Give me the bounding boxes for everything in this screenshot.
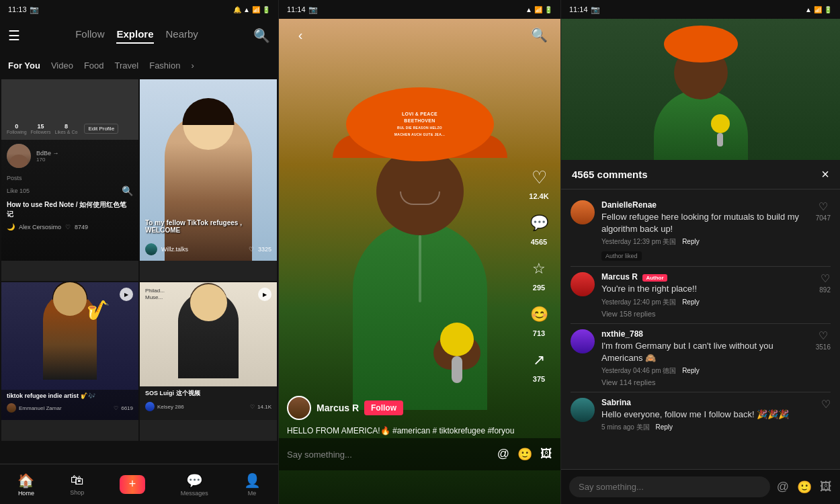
messages-icon: 💬 xyxy=(186,472,203,489)
emoji-count: 713 xyxy=(533,329,545,337)
tab-explore[interactable]: Explore xyxy=(116,28,153,44)
heart-icon-4[interactable]: ♡ xyxy=(821,398,831,411)
comment-avatar-3 xyxy=(571,329,595,353)
card3-likes: 6619 xyxy=(121,405,133,411)
phone-comments: 11:14 📷 ▲ 📶 🔋 4565 comm xyxy=(561,0,840,504)
emoji-icon-3[interactable]: 🙂 xyxy=(797,480,812,495)
card3-username: Emmanuel Zamar xyxy=(19,405,111,411)
card3-heart-icon: ♡ xyxy=(114,405,118,411)
nav-home[interactable]: 🏠 Home xyxy=(17,472,34,497)
emoji-input-icon[interactable]: 🙂 xyxy=(517,447,532,462)
emoji-action[interactable]: 😊 713 xyxy=(526,301,552,337)
heart-count-1: 7047 xyxy=(816,214,831,222)
subtab-more-icon[interactable]: › xyxy=(191,60,194,71)
menu-icon[interactable]: ☰ xyxy=(8,28,20,44)
nav-shop[interactable]: 🛍 Shop xyxy=(70,472,84,496)
nav-add[interactable]: + xyxy=(120,475,145,494)
close-button[interactable]: × xyxy=(821,167,829,182)
subtab-foryou[interactable]: For You xyxy=(8,60,40,71)
add-icon[interactable]: + xyxy=(120,475,145,494)
share-count: 375 xyxy=(533,375,545,383)
status-icons-1: 🔔 ▲ 📶 🔋 xyxy=(233,6,270,13)
reply-link-1[interactable]: Reply xyxy=(682,238,700,245)
comment-username-4: Sabrina xyxy=(601,398,814,407)
play-icon-4[interactable]: ▶ xyxy=(258,288,271,301)
search-button-2[interactable]: 🔍 xyxy=(528,24,550,46)
notification-icon: 🔔 xyxy=(233,6,241,13)
me-icon: 👤 xyxy=(244,472,261,489)
edit-profile-btn[interactable]: Edit Profile xyxy=(84,124,118,134)
card3-title: tiktok refugee indie artist 🎷🎶 xyxy=(1,390,138,402)
time-2: 11:14 xyxy=(287,5,306,13)
at-icon[interactable]: @ xyxy=(497,447,509,462)
camera-status-icon: 📷 xyxy=(30,5,39,14)
view-replies-2[interactable]: View 158 replies xyxy=(601,310,812,318)
image-icon[interactable]: 🖼 xyxy=(540,447,552,462)
card-profile[interactable]: 0Following 15Followers 8Likes & Co Edit … xyxy=(1,79,138,281)
card1-likes: 8749 xyxy=(75,224,88,230)
comment-action[interactable]: 💬 4565 xyxy=(526,210,552,246)
home-icon: 🏠 xyxy=(17,472,34,489)
view-replies-3[interactable]: View 114 replies xyxy=(601,378,809,386)
creator-row: Marcus R Follow xyxy=(287,396,520,420)
comment-item: DanielleRenae Fellow refugee here lookin… xyxy=(561,195,840,266)
input-action-icons: @ 🙂 🖼 xyxy=(777,480,832,495)
comment-bar: Say something... @ 🙂 🖼 xyxy=(279,438,560,470)
comment-item-2: Marcus R Author You're in the right plac… xyxy=(561,267,840,323)
heart-icon-2[interactable]: ♡ xyxy=(821,272,830,285)
time-3: 11:14 xyxy=(569,5,588,13)
nav-home-label: Home xyxy=(18,490,34,497)
tab-follow[interactable]: Follow xyxy=(75,28,104,44)
card-welcome[interactable]: To my fellow TikTok refugees , WELCOME W… xyxy=(140,79,277,281)
search-small-icon[interactable]: 🔍 xyxy=(122,185,133,196)
camera-icon-2: 📷 xyxy=(308,5,318,14)
status-bar-2: 11:14 📷 ▲ 📶 🔋 xyxy=(279,0,560,19)
heart-count-3: 3516 xyxy=(816,343,831,351)
comment-text-4: Hello everyone, follow me I follow back!… xyxy=(601,409,814,421)
card-music[interactable]: 🎷 ▶ tiktok refugee indie artist 🎷🎶 Emman… xyxy=(1,282,138,440)
card1-moon-icon: 🌙 xyxy=(7,223,15,230)
comment-text-1: Fellow refugee here looking for mutuals … xyxy=(601,211,809,235)
camera-icon-3: 📷 xyxy=(591,5,600,14)
battery-icon-2: 🔋 xyxy=(544,6,552,13)
comment-input-bar: @ 🙂 🖼 xyxy=(561,469,840,504)
card-luigi[interactable]: Philad... Muse... ▶ SOS Luigi 这个视频 Kelse… xyxy=(140,282,277,440)
preview-image xyxy=(561,19,840,160)
comments-header: 4565 comments × xyxy=(561,160,840,190)
heart-icon-1[interactable]: ♡ xyxy=(818,200,828,213)
subtab-food[interactable]: Food xyxy=(84,60,104,71)
card2-title: To my fellow TikTok refugees , WELCOME xyxy=(145,219,271,234)
follow-button[interactable]: Follow xyxy=(364,401,403,415)
tab-nearby[interactable]: Nearby xyxy=(166,28,198,44)
share-action[interactable]: ↗ 375 xyxy=(526,347,552,383)
signal-icon-3: 📶 xyxy=(814,6,822,13)
heart-count-2: 892 xyxy=(819,286,831,294)
reply-link-4[interactable]: Reply xyxy=(655,423,673,431)
at-icon-3[interactable]: @ xyxy=(777,480,789,495)
comment-body-2: Marcus R Author You're in the right plac… xyxy=(601,272,812,317)
card1-heart-icon: ♡ xyxy=(65,224,71,230)
nav-me[interactable]: 👤 Me xyxy=(244,472,261,497)
back-button[interactable]: ‹ xyxy=(290,24,311,46)
comment-text-2: You're in the right place!! xyxy=(601,283,812,295)
status-bar-3: 11:14 📷 ▲ 📶 🔋 xyxy=(561,0,840,19)
bookmark-action[interactable]: ☆ 295 xyxy=(526,255,552,292)
heart-icon-3[interactable]: ♡ xyxy=(818,329,828,342)
subtab-fashion[interactable]: Fashion xyxy=(149,60,180,71)
search-icon[interactable]: 🔍 xyxy=(253,28,270,44)
image-icon-3[interactable]: 🖼 xyxy=(820,480,832,495)
comment-username-1: DanielleRenae xyxy=(601,200,809,210)
subtab-video[interactable]: Video xyxy=(51,60,73,71)
nav-messages[interactable]: 💬 Messages xyxy=(181,472,208,497)
reply-link-2[interactable]: Reply xyxy=(682,298,700,306)
nav-shop-label: Shop xyxy=(70,489,84,496)
comment-action-icons: @ 🙂 🖼 xyxy=(497,447,552,462)
comment-text-input[interactable] xyxy=(569,476,770,497)
reply-link-3[interactable]: Reply xyxy=(682,367,700,374)
like-count: 12.4K xyxy=(529,192,548,200)
subtab-travel[interactable]: Travel xyxy=(115,60,139,71)
like-action[interactable]: ♡ 12.4K xyxy=(526,164,552,200)
author-badge: Author xyxy=(642,274,667,282)
video-background: LOVI & PEACEBEETHOVENBUL DIE REASON HELZ… xyxy=(279,19,560,504)
comment-input[interactable]: Say something... xyxy=(287,450,492,460)
